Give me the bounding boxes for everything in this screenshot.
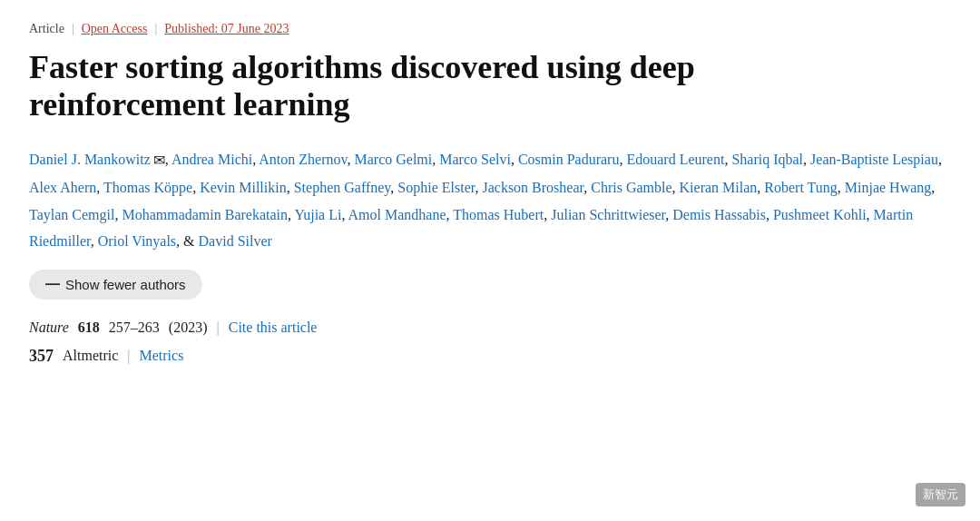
author-link[interactable]: Robert Tung (764, 180, 837, 195)
author-link[interactable]: Pushmeet Kohli (773, 207, 867, 222)
author-link[interactable]: Edouard Leurent (626, 152, 724, 167)
author-link[interactable]: Marco Gelmi (354, 152, 432, 167)
author-link[interactable]: Anton Zhernov (259, 152, 347, 167)
author-link[interactable]: David Silver (199, 233, 272, 249)
author-link[interactable]: Julian Schrittwieser (551, 207, 665, 222)
article-title: Faster sorting algorithms discovered usi… (29, 49, 737, 124)
author-link[interactable]: Mohammadamin Barekatain (122, 207, 288, 222)
authors-block: Daniel J. Mankowitz✉, Andrea Michi, Anto… (29, 146, 951, 255)
author-link[interactable]: Demis Hassabis (672, 207, 766, 222)
author-link[interactable]: Cosmin Paduraru (518, 152, 620, 167)
journal-pages: 257–263 (109, 319, 160, 336)
author-link[interactable]: Kieran Milan (680, 180, 758, 195)
show-fewer-authors-button[interactable]: — Show fewer authors (29, 270, 202, 300)
author-link[interactable]: Thomas Hubert (453, 207, 544, 222)
metrics-link[interactable]: Metrics (140, 348, 184, 364)
meta-bar: Article | Open Access | Published: 07 Ju… (29, 22, 951, 36)
email-icon: ✉ (153, 147, 165, 174)
author-link[interactable]: Stephen Gaffney (294, 180, 391, 195)
author-link[interactable]: Daniel J. Mankowitz (29, 152, 151, 167)
author-link[interactable]: Marco Selvi (439, 152, 511, 167)
author-link[interactable]: Taylan Cemgil (29, 207, 114, 222)
author-link[interactable]: Jean-Baptiste Lespiau (810, 152, 938, 167)
author-link[interactable]: Amol Mandhane (348, 207, 446, 222)
author-link[interactable]: Sophie Elster (397, 180, 475, 195)
article-type: Article (29, 22, 64, 36)
altmetric-score: 357 (29, 347, 54, 366)
altmetric-label: Altmetric (63, 348, 118, 364)
author-link[interactable]: Shariq Iqbal (731, 152, 803, 167)
journal-line: Nature 618 257–263 (2023) | Cite this ar… (29, 319, 951, 336)
published-link[interactable]: Published: 07 June 2023 (164, 22, 289, 36)
journal-year: (2023) (169, 319, 208, 336)
author-link[interactable]: Alex Ahern (29, 180, 96, 195)
open-access-link[interactable]: Open Access (82, 22, 148, 36)
author-link[interactable]: Oriol Vinyals (98, 233, 176, 249)
show-fewer-label: Show fewer authors (65, 277, 186, 292)
metrics-line: 357 Altmetric | Metrics (29, 347, 951, 366)
journal-name: Nature (29, 319, 69, 336)
author-link[interactable]: Minjae Hwang (845, 180, 932, 195)
author-link[interactable]: Yujia Li (294, 207, 341, 222)
author-link[interactable]: Chris Gamble (591, 180, 671, 195)
minus-icon: — (45, 277, 60, 291)
author-link[interactable]: Andrea Michi (172, 152, 252, 167)
author-link[interactable]: Kevin Millikin (200, 180, 287, 195)
cite-article-link[interactable]: Cite this article (229, 319, 318, 336)
author-link[interactable]: Thomas Köppe (103, 180, 192, 195)
journal-volume: 618 (78, 319, 100, 336)
author-link[interactable]: Jackson Broshear (482, 180, 583, 195)
